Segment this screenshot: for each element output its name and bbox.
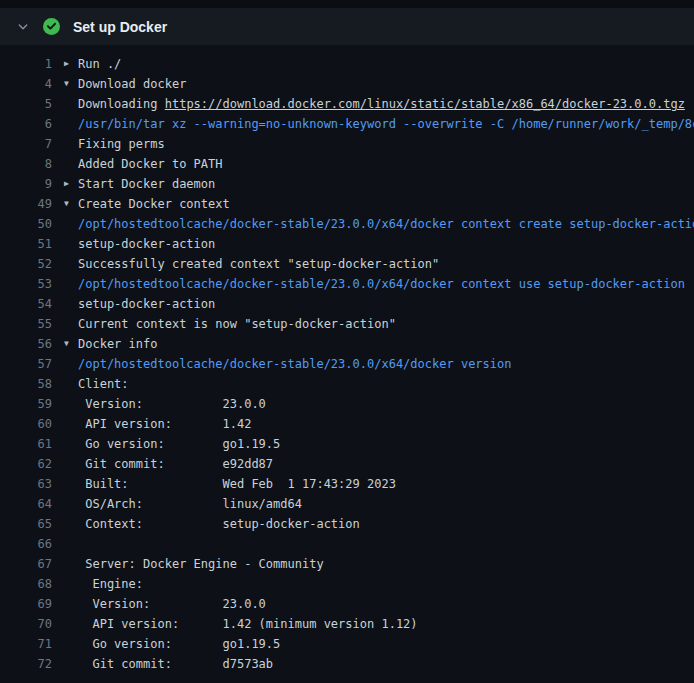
line-number[interactable]: 8 <box>0 157 52 171</box>
log-text: Server: Docker Engine - Community <box>78 557 694 571</box>
line-number[interactable]: 65 <box>0 517 52 531</box>
log-text-segment: setup-docker-action <box>78 297 215 311</box>
line-number[interactable]: 58 <box>0 377 52 391</box>
line-number[interactable]: 51 <box>0 237 52 251</box>
log-line: 61 Go version: go1.19.5 <box>0 434 694 454</box>
log-text-segment: Git commit: e92dd87 <box>78 457 273 471</box>
log-text-segment: Run ./ <box>78 57 121 71</box>
line-number[interactable]: 62 <box>0 457 52 471</box>
line-number[interactable]: 61 <box>0 437 52 451</box>
log-line: 70 API version: 1.42 (minimum version 1.… <box>0 614 694 634</box>
log-text: Engine: <box>78 577 694 591</box>
expand-arrow-icon[interactable]: ▶ <box>64 174 78 194</box>
log-text-segment: Current context is now "setup-docker-act… <box>78 317 396 331</box>
line-number[interactable]: 57 <box>0 357 52 371</box>
log-text-segment: Download docker <box>78 77 186 91</box>
log-group-line[interactable]: 49▼Create Docker context <box>0 194 694 214</box>
log-text-segment: Go version: go1.19.5 <box>78 637 280 651</box>
log-line: 72 Git commit: d7573ab <box>0 654 694 674</box>
collapse-arrow-icon[interactable]: ▼ <box>64 194 78 214</box>
step-header[interactable]: Set up Docker <box>0 8 694 45</box>
log-text: API version: 1.42 (minimum version 1.12) <box>78 617 694 631</box>
line-number[interactable]: 7 <box>0 137 52 151</box>
log-lines: 1▶Run ./4▼Download docker5Downloading ht… <box>0 54 694 674</box>
log-line: 52Successfully created context "setup-do… <box>0 254 694 274</box>
log-text: Docker info <box>78 337 694 351</box>
log-text: Git commit: d7573ab <box>78 657 694 671</box>
line-number[interactable]: 66 <box>0 537 52 551</box>
line-number[interactable]: 6 <box>0 117 52 131</box>
chevron-down-icon[interactable] <box>16 20 30 34</box>
log-text: Downloading https://download.docker.com/… <box>78 97 694 111</box>
log-group-line[interactable]: 1▶Run ./ <box>0 54 694 74</box>
line-number[interactable]: 55 <box>0 317 52 331</box>
log-text: API version: 1.42 <box>78 417 694 431</box>
line-number[interactable]: 53 <box>0 277 52 291</box>
line-number[interactable]: 56 <box>0 337 52 351</box>
line-number[interactable]: 54 <box>0 297 52 311</box>
log-text-segment: Context: setup-docker-action <box>78 517 360 531</box>
log-text-segment: Version: 23.0.0 <box>78 397 266 411</box>
line-number[interactable]: 70 <box>0 617 52 631</box>
line-number[interactable]: 5 <box>0 97 52 111</box>
line-number[interactable]: 59 <box>0 397 52 411</box>
log-text: /opt/hostedtoolcache/docker-stable/23.0.… <box>78 277 694 291</box>
log-line: 60 API version: 1.42 <box>0 414 694 434</box>
line-number[interactable]: 4 <box>0 77 52 91</box>
log-viewer[interactable]: 1▶Run ./4▼Download docker5Downloading ht… <box>0 45 694 683</box>
expand-arrow-icon[interactable]: ▶ <box>64 54 78 74</box>
log-text-segment: API version: 1.42 <box>78 417 251 431</box>
line-number[interactable]: 64 <box>0 497 52 511</box>
log-text-segment: OS/Arch: linux/amd64 <box>78 497 302 511</box>
log-line: 50/opt/hostedtoolcache/docker-stable/23.… <box>0 214 694 234</box>
line-number[interactable]: 69 <box>0 597 52 611</box>
log-command-text: /opt/hostedtoolcache/docker-stable/23.0.… <box>78 277 685 291</box>
line-number[interactable]: 71 <box>0 637 52 651</box>
line-number[interactable]: 68 <box>0 577 52 591</box>
log-text: Go version: go1.19.5 <box>78 437 694 451</box>
log-line: 71 Go version: go1.19.5 <box>0 634 694 654</box>
log-line: 68 Engine: <box>0 574 694 594</box>
log-line: 59 Version: 23.0.0 <box>0 394 694 414</box>
line-number[interactable]: 49 <box>0 197 52 211</box>
log-group-line[interactable]: 56▼Docker info <box>0 334 694 354</box>
log-line: 65 Context: setup-docker-action <box>0 514 694 534</box>
line-number[interactable]: 9 <box>0 177 52 191</box>
log-line: 69 Version: 23.0.0 <box>0 594 694 614</box>
log-line: 54setup-docker-action <box>0 294 694 314</box>
log-text-segment: Docker info <box>78 337 157 351</box>
log-text: Create Docker context <box>78 197 694 211</box>
log-command-text: /opt/hostedtoolcache/docker-stable/23.0.… <box>78 217 694 231</box>
log-line: 66 <box>0 534 694 554</box>
log-text: Go version: go1.19.5 <box>78 637 694 651</box>
log-text: /opt/hostedtoolcache/docker-stable/23.0.… <box>78 217 694 231</box>
log-line: 63 Built: Wed Feb 1 17:43:29 2023 <box>0 474 694 494</box>
log-line: 58Client: <box>0 374 694 394</box>
line-number[interactable]: 60 <box>0 417 52 431</box>
line-number[interactable]: 1 <box>0 57 52 71</box>
log-text: Version: 23.0.0 <box>78 397 694 411</box>
log-text: setup-docker-action <box>78 297 694 311</box>
log-group-line[interactable]: 4▼Download docker <box>0 74 694 94</box>
line-number[interactable]: 72 <box>0 657 52 671</box>
step-title: Set up Docker <box>73 19 167 35</box>
log-group-line[interactable]: 9▶Start Docker daemon <box>0 174 694 194</box>
log-link[interactable]: https://download.docker.com/linux/static… <box>165 97 685 111</box>
log-text: /opt/hostedtoolcache/docker-stable/23.0.… <box>78 357 694 371</box>
log-text: Version: 23.0.0 <box>78 597 694 611</box>
line-number[interactable]: 67 <box>0 557 52 571</box>
log-text: Download docker <box>78 77 694 91</box>
line-number[interactable]: 50 <box>0 217 52 231</box>
collapse-arrow-icon[interactable]: ▼ <box>64 334 78 354</box>
log-text: Client: <box>78 377 694 391</box>
log-text-segment: Go version: go1.19.5 <box>78 437 280 451</box>
log-text-segment: Version: 23.0.0 <box>78 597 266 611</box>
line-number[interactable]: 63 <box>0 477 52 491</box>
log-command-text: /opt/hostedtoolcache/docker-stable/23.0.… <box>78 357 511 371</box>
log-text: /usr/bin/tar xz --warning=no-unknown-key… <box>78 117 694 131</box>
log-text-segment: Start Docker daemon <box>78 177 215 191</box>
line-number[interactable]: 52 <box>0 257 52 271</box>
log-text: Current context is now "setup-docker-act… <box>78 317 694 331</box>
collapse-arrow-icon[interactable]: ▼ <box>64 74 78 94</box>
log-text: Added Docker to PATH <box>78 157 694 171</box>
